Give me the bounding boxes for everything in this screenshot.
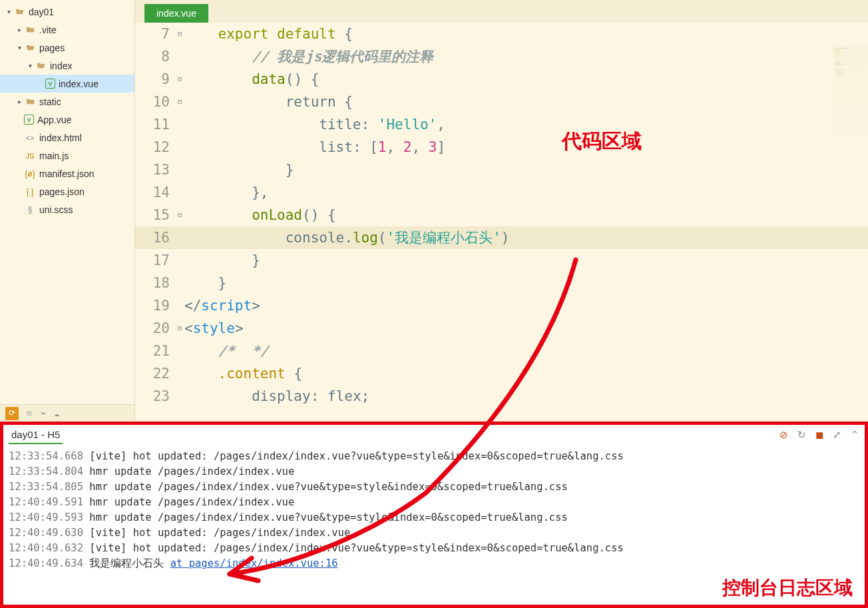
tree-item-uni-scss[interactable]: §uni.scss (0, 200, 134, 218)
tree-item-index-vue[interactable]: Vindex.vue (0, 75, 134, 93)
tree-item-pages-json[interactable]: [ ]pages.json (0, 182, 134, 200)
code-line[interactable]: 7⊟ export default { (135, 23, 868, 45)
scss-icon: § (24, 204, 36, 216)
code-line[interactable]: 18 } (135, 272, 868, 294)
stop-icon[interactable]: ◼ (815, 429, 823, 441)
chevron-icon: ▾ (15, 44, 24, 51)
chevron-icon: ▾ (4, 8, 13, 15)
code-line[interactable]: 23 display: flex; (135, 385, 868, 408)
file-tree[interactable]: ▾day01▸.vite▾pages▾indexVindex.vue▸stati… (0, 0, 134, 404)
code-line[interactable]: 17 } (135, 249, 868, 272)
tree-item-day01[interactable]: ▾day01 (0, 3, 134, 21)
code-line[interactable]: 9⊟ data() { (135, 68, 868, 91)
code-line[interactable]: 22 .content { (135, 362, 868, 385)
line-number: 17 (135, 249, 175, 272)
tree-label: pages (39, 43, 134, 53)
tree-label: manifest.json (39, 168, 134, 179)
js-icon: JS (24, 150, 36, 162)
log-timestamp: 12:33:54.668 (9, 450, 83, 462)
folder-icon (24, 96, 36, 108)
tree-label: index.html (39, 133, 134, 143)
expand-icon[interactable]: ⤢ (833, 429, 841, 441)
folder-icon (24, 24, 36, 36)
code-content: } (184, 158, 868, 181)
code-line[interactable]: 20⊟<style> (135, 317, 868, 340)
tree-item-manifest-json[interactable]: {ø}manifest.json (0, 164, 134, 182)
tree-item-index-html[interactable]: <>index.html (0, 129, 134, 147)
folder-open-icon (24, 42, 36, 54)
code-line[interactable]: 19</script> (135, 294, 868, 317)
collapse-icon[interactable]: ⌃ (851, 429, 859, 441)
code-line[interactable]: 12 list: [1, 2, 3] (135, 136, 868, 158)
cloud-icon[interactable]: ☁ (54, 408, 59, 419)
line-number: 16 (135, 226, 175, 249)
log-line: 12:40:49.593 hmr update /pages/index/ind… (9, 510, 859, 525)
code-content: <style> (184, 317, 868, 340)
fold-icon[interactable]: ⊟ (175, 91, 184, 113)
fold-icon[interactable]: ⊟ (175, 204, 184, 226)
code-line[interactable]: 13 } (135, 158, 868, 181)
log-line: 12:40:49.632 [vite] hot updated: /pages/… (9, 541, 859, 556)
line-number: 15 (135, 204, 175, 226)
chevron-icon: ▸ (15, 26, 24, 33)
line-number: 11 (135, 113, 175, 136)
tree-label: index (50, 61, 134, 71)
fold-icon[interactable]: ⊟ (175, 317, 184, 340)
log-timestamp: 12:33:54.805 (9, 481, 83, 493)
code-content: return { (184, 91, 868, 113)
code-line[interactable]: 10⊟ return { (135, 91, 868, 113)
code-line[interactable]: 16 console.log('我是编程小石头') (135, 226, 868, 249)
tree-item-static[interactable]: ▸static (0, 93, 134, 111)
line-number: 12 (135, 136, 175, 158)
restart-icon[interactable]: ↻ (797, 429, 806, 441)
tree-item--vite[interactable]: ▸.vite (0, 21, 134, 39)
tree-label: pages.json (39, 186, 134, 197)
code-line[interactable]: 11 title: 'Hello', (135, 113, 868, 136)
tree-label: day01 (29, 7, 134, 17)
tree-item-main-js[interactable]: JSmain.js (0, 147, 134, 164)
sync-icon[interactable]: ⟳ (5, 407, 19, 420)
tree-item-index[interactable]: ▾index (0, 57, 134, 75)
code-content: // 我是js逻辑代码里的注释 (184, 45, 868, 68)
tree-item-pages[interactable]: ▾pages (0, 39, 134, 57)
tree-item-app-vue[interactable]: VApp.vue (0, 111, 134, 129)
tree-label: App.vue (37, 115, 134, 125)
vue-icon: V (24, 115, 34, 125)
code-line[interactable]: 21 /* */ (135, 340, 868, 362)
code-line[interactable]: 15⊟ onLoad() { (135, 204, 868, 226)
code-line[interactable]: 14 }, (135, 181, 868, 204)
console-tab[interactable]: day01 - H5 (9, 426, 63, 444)
file-explorer: ▾day01▸.vite▾pages▾indexVindex.vue▸stati… (0, 0, 135, 422)
bug-icon[interactable]: ⊘ (779, 429, 788, 441)
log-timestamp: 12:33:54.804 (9, 465, 83, 477)
sidebar-footer: ⟳ ⎋ ⌁ ☁ (0, 404, 134, 422)
line-number: 21 (135, 340, 175, 362)
code-content: .content { (184, 362, 868, 385)
line-number: 19 (135, 294, 175, 317)
tree-label: index.vue (59, 79, 134, 89)
line-number: 8 (135, 45, 175, 68)
log-source-link[interactable]: at pages/index/index.vue:16 (170, 557, 338, 569)
minimap[interactable]: export default { data() { return { title… (833, 45, 868, 152)
fold-icon[interactable]: ⊟ (175, 23, 184, 45)
line-number: 18 (135, 272, 175, 294)
code-editor[interactable]: 7⊟ export default {8 // 我是js逻辑代码里的注释9⊟ d… (135, 23, 868, 422)
log-line: 12:40:49.630 [vite] hot updated: /pages/… (9, 525, 859, 541)
editor-tab[interactable]: index.vue (144, 4, 208, 23)
code-content: display: flex; (184, 385, 868, 408)
code-line[interactable]: 8 // 我是js逻辑代码里的注释 (135, 45, 868, 68)
console-tab-bar: day01 - H5 ⊘ ↻ ◼ ⤢ ⌃ (3, 425, 865, 445)
log-line: 12:33:54.804 hmr update /pages/index/ind… (9, 464, 859, 479)
editor-pane: index.vue 7⊟ export default {8 // 我是js逻辑… (135, 0, 868, 422)
line-number: 22 (135, 362, 175, 385)
tree-label: static (39, 97, 134, 107)
log-line: 12:33:54.668 [vite] hot updated: /pages/… (9, 449, 859, 464)
tab-bar: index.vue (135, 0, 868, 23)
tool-icon-1[interactable]: ⎋ (27, 408, 32, 419)
line-number: 13 (135, 158, 175, 181)
code-content: list: [1, 2, 3] (184, 136, 868, 158)
tool-icon-2[interactable]: ⌁ (40, 408, 45, 419)
brackets-icon: [ ] (24, 186, 36, 198)
console-panel: day01 - H5 ⊘ ↻ ◼ ⤢ ⌃ 12:33:54.668 [vite]… (0, 422, 868, 608)
fold-icon[interactable]: ⊟ (175, 68, 184, 91)
